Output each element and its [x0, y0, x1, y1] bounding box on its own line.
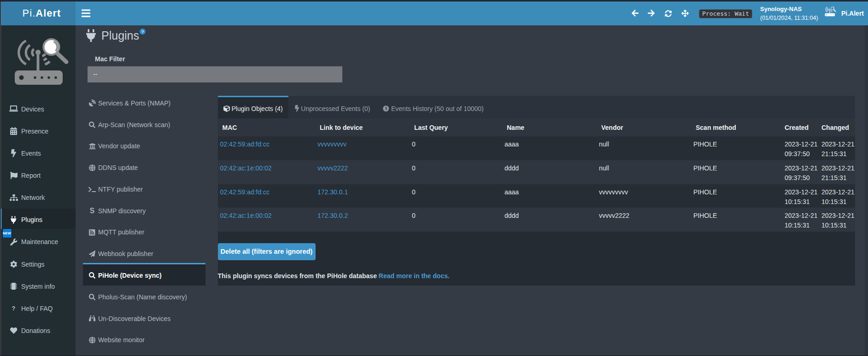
tab-events-history-50-out-of-10000[interactable]: Events History (50 out of 10000)	[376, 96, 490, 118]
sidebar-item-events[interactable]: Events	[0, 142, 76, 163]
sidebar-item-label: Events	[21, 150, 41, 157]
cell-mac[interactable]: 02:42:59:ad:fd:cc	[218, 184, 316, 208]
cell-link-to-device[interactable]: 172.30.0.1	[315, 184, 410, 208]
sidebar-item-network[interactable]: Network	[0, 187, 76, 207]
plugin-nav-item-webhook-publisher[interactable]: Webhook publisher	[83, 243, 205, 264]
wrench-icon	[9, 239, 18, 246]
cell-name: aaaa	[502, 136, 597, 160]
nav-back-button[interactable]	[627, 1, 644, 25]
plugin-nav-item-services-ports-nmap[interactable]: Services & Ports (NMAP)	[83, 92, 205, 114]
table-row: 02:42:59:ad:fd:cc172.30.0.10aaaavvvvvvvv…	[218, 184, 856, 208]
plugin-nav-item-website-monitor[interactable]: Website monitor	[83, 329, 205, 350]
sidebar-item-system-info[interactable]: System info	[0, 275, 76, 296]
scrollbar[interactable]	[865, 25, 868, 356]
plugin-nav-label: MQTT publisher	[98, 228, 144, 236]
cell-link-to-device[interactable]: vvvvv2222	[315, 160, 410, 184]
nav-forward-button[interactable]	[643, 1, 659, 25]
plugin-nav-label: NTFY publisher	[98, 186, 143, 193]
bolt-icon	[295, 105, 299, 112]
cube-icon	[223, 105, 230, 112]
cell-vendor: null	[597, 160, 691, 184]
navbar-right: Process: Wait Synology-NAS (01/01/2024, …	[0, 1, 868, 25]
column-header-mac[interactable]: MAC	[218, 118, 316, 136]
arrow-right-icon	[648, 9, 655, 17]
column-header-scan-method[interactable]: Scan method	[691, 118, 782, 136]
nav-refresh-button[interactable]	[660, 1, 677, 25]
cell-mac[interactable]: 02:42:ac:1e:00:02	[218, 160, 316, 184]
sidebar-item-presence[interactable]: Presence	[0, 120, 76, 140]
sidebar-item-help-faq[interactable]: ?Help / FAQ	[0, 298, 76, 318]
plugin-nav-item-snmp-discovery[interactable]: SSNMP discovery	[83, 199, 205, 221]
column-header-last-query[interactable]: Last Query	[410, 118, 502, 136]
nav-move-button[interactable]	[677, 1, 693, 25]
cell-link-to-device[interactable]: 172.30.0.2	[315, 208, 410, 232]
cell-last-query: 0	[410, 136, 502, 160]
help-question-icon[interactable]: ?	[140, 29, 146, 35]
sidebar-item-devices[interactable]: Devices	[0, 98, 76, 118]
mac-link[interactable]: 02:42:59:ad:fd:cc	[220, 188, 270, 196]
device-link[interactable]: 172.30.0.1	[317, 188, 348, 196]
plugin-nav-label: PiHole (Device sync)	[98, 272, 162, 279]
plugin-nav-item-vendor-update[interactable]: Vendor update	[83, 135, 205, 157]
sidebar-item-label: Maintenance	[21, 238, 58, 245]
sidebar-item-report[interactable]: Report	[0, 164, 76, 185]
page-title: Plugins	[101, 28, 139, 43]
cell-last-query: 0	[410, 208, 502, 232]
cell-link-to-device[interactable]: vvvvvvvvv	[315, 136, 410, 160]
bolt-icon	[9, 149, 18, 158]
sidebar-item-label: Presence	[21, 128, 48, 135]
device-link[interactable]: vvvvvvvvv	[317, 140, 346, 148]
cell-changed: 2023-12-2110:15:31	[819, 208, 855, 232]
plugin-nav-item-arp-scan-network-scan[interactable]: Arp-Scan (Network scan)	[83, 113, 205, 135]
column-header-created[interactable]: Created	[782, 118, 819, 136]
mac-link[interactable]: 02:42:59:ad:fd:cc	[220, 140, 270, 148]
host-timestamp: (01/01/2024, 11:31:04)	[760, 14, 818, 23]
device-link[interactable]: vvvvv2222	[317, 164, 348, 172]
delete-all-button[interactable]: Delete all (filters are ignored)	[218, 243, 316, 261]
plugin-nav-item-ddns-update[interactable]: DDNS update	[83, 157, 205, 178]
plugin-panel: Plugin Objects (4)Unprocessed Events (0)…	[218, 96, 856, 286]
plug-icon	[86, 29, 96, 42]
cell-scan-method: PIHOLE	[691, 136, 782, 160]
sidebar-item-maintenance[interactable]: MaintenanceNEW	[0, 231, 76, 251]
device-link[interactable]: 172.30.0.2	[317, 212, 348, 219]
tab-unprocessed-events-0[interactable]: Unprocessed Events (0)	[288, 96, 377, 118]
mac-link[interactable]: 02:42:ac:1e:00:02	[220, 164, 272, 172]
sidebar-item-donations[interactable]: Donations	[0, 320, 76, 340]
tab-plugin-objects-4[interactable]: Plugin Objects (4)	[218, 96, 288, 118]
cell-name: aaaa	[502, 184, 597, 208]
plugin-nav-item-pihole-device-sync[interactable]: PiHole (Device sync)	[83, 264, 205, 286]
column-header-changed[interactable]: Changed	[819, 118, 855, 136]
plugin-nav-item-pholus-scan-name-discovery[interactable]: Pholus-Scan (Name discovery)	[83, 286, 205, 307]
microchip-icon	[9, 283, 18, 290]
table-header-row: MACLink to deviceLast QueryNameVendorSca…	[218, 118, 856, 136]
header-app-name: Pi.Alert	[841, 9, 864, 18]
tab-bar: Plugin Objects (4)Unprocessed Events (0)…	[218, 96, 856, 118]
cell-last-query: 0	[410, 184, 502, 208]
table-row: 02:42:ac:1e:00:02vvvvv22220ddddnullPIHOL…	[218, 160, 856, 184]
mac-filter-input[interactable]	[88, 66, 342, 82]
plugin-nav-item-mqtt-publisher[interactable]: MQTT publisher	[83, 221, 205, 243]
globe-icon	[88, 337, 96, 344]
column-header-name[interactable]: Name	[502, 118, 597, 136]
sidebar-item-settings[interactable]: Settings	[0, 253, 76, 273]
column-header-link-to-device[interactable]: Link to device	[315, 118, 410, 136]
column-header-vendor[interactable]: Vendor	[597, 118, 691, 136]
cell-last-query: 0	[410, 160, 502, 184]
satellite-dish-icon	[88, 99, 96, 106]
window-left-edge	[0, 1, 1, 356]
mac-link[interactable]: 02:42:ac:1e:00:02	[220, 212, 272, 219]
plugin-nav-label: Website monitor	[98, 336, 145, 344]
sidebar-item-plugins[interactable]: Plugins	[0, 209, 76, 229]
cell-created: 2023-12-2109:37:50	[782, 136, 819, 160]
plugin-nav-item-un-discoverable-devices[interactable]: Un-Discoverable Devices	[83, 307, 205, 329]
search-icon	[88, 272, 96, 279]
read-docs-link[interactable]: Read more in the docs.	[379, 272, 450, 280]
cell-mac[interactable]: 02:42:59:ad:fd:cc	[218, 136, 316, 160]
plugin-nav-label: SNMP discovery	[98, 207, 146, 215]
tab-label: Events History (50 out of 10000)	[391, 105, 484, 112]
clock-icon	[383, 105, 389, 112]
cell-mac[interactable]: 02:42:ac:1e:00:02	[218, 208, 316, 232]
cell-changed: 2023-12-2121:15:31	[819, 136, 855, 160]
plugin-nav-item-ntfy-publisher[interactable]: NTFY publisher	[83, 178, 205, 200]
